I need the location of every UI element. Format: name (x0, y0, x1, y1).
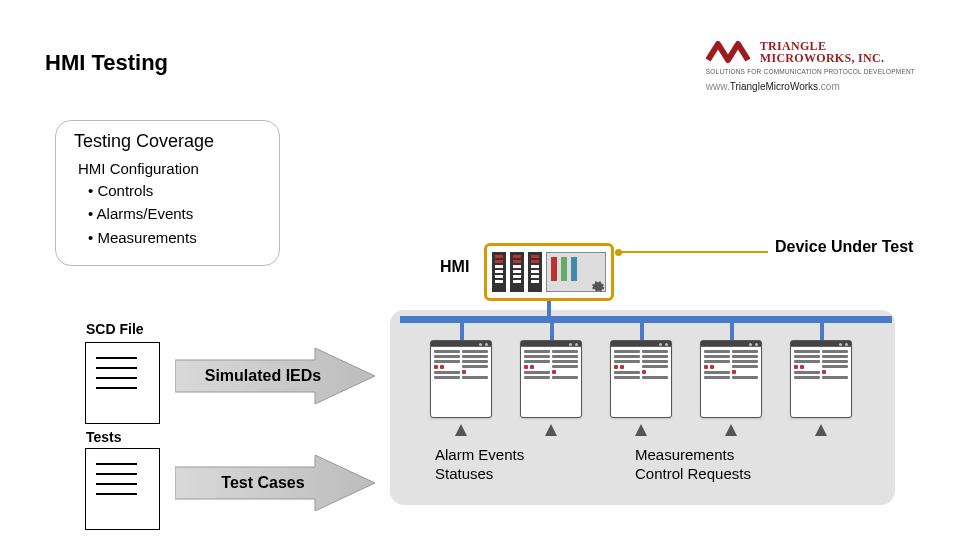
bus-drop-icon (460, 323, 464, 341)
scd-file-icon: SCD File (85, 342, 160, 424)
arrow-up-icon (635, 424, 647, 436)
hmi-rack-icon (492, 252, 506, 292)
network-bus-bar (400, 316, 892, 323)
hmi-rack-icon (528, 252, 542, 292)
coverage-heading: Testing Coverage (74, 131, 261, 152)
arrow-up-icon (725, 424, 737, 436)
simulated-ied-icon (610, 340, 672, 418)
company-url: www.TriangleMicroWorks.com (706, 81, 915, 92)
gear-icon (591, 280, 605, 294)
bus-drop-icon (730, 323, 734, 341)
scd-file-label: SCD File (86, 321, 144, 337)
arrow-up-icon (815, 424, 827, 436)
bus-drop-icon (640, 323, 644, 341)
bus-drop-icon (820, 323, 824, 341)
simulated-ied-icon (790, 340, 852, 418)
simulated-ied-icon (430, 340, 492, 418)
page-title: HMI Testing (45, 50, 168, 76)
simulated-ieds-arrow: Simulated IEDs (175, 348, 375, 404)
company-name: TRIANGLE MICROWORKS, INC. (760, 40, 884, 64)
triangle-logo-icon (706, 38, 752, 66)
hmi-label: HMI (440, 258, 469, 276)
coverage-item: Measurements (88, 226, 261, 249)
arrow-up-icon (455, 424, 467, 436)
simulated-ied-icon (520, 340, 582, 418)
device-under-test-label: Device Under Test (775, 238, 913, 256)
arrow-up-icon (545, 424, 557, 436)
hmi-device-icon (484, 243, 614, 301)
coverage-list: Controls Alarms/Events Measurements (88, 179, 261, 249)
hmi-rack-icon (510, 252, 524, 292)
measurements-label: MeasurementsControl Requests (635, 446, 751, 484)
tests-file-label: Tests (86, 429, 122, 445)
coverage-item: Alarms/Events (88, 202, 261, 225)
alarm-events-label: Alarm EventsStatuses (435, 446, 524, 484)
simulated-ied-icon (700, 340, 762, 418)
test-cases-arrow: Test Cases (175, 455, 375, 511)
company-tagline: SOLUTIONS FOR COMMUNICATION PROTOCOL DEV… (706, 68, 915, 75)
dut-callout-line (618, 251, 768, 253)
coverage-item: Controls (88, 179, 261, 202)
coverage-subtitle: HMI Configuration (78, 160, 261, 177)
bus-drop-icon (550, 323, 554, 341)
testing-coverage-box: Testing Coverage HMI Configuration Contr… (55, 120, 280, 266)
tests-file-icon: Tests (85, 448, 160, 530)
company-logo-block: TRIANGLE MICROWORKS, INC. SOLUTIONS FOR … (706, 38, 915, 92)
